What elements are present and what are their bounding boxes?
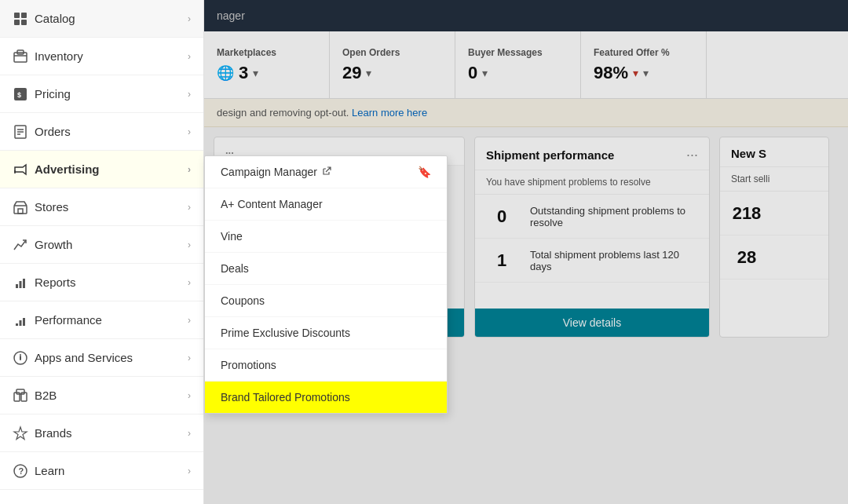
svg-rect-14 [14,206,27,214]
sidebar-item-orders[interactable]: Orders › [0,113,203,151]
sidebar-item-reports[interactable]: Reports › [0,264,203,301]
svg-rect-0 [14,13,20,18]
sidebar-item-stores[interactable]: Stores › [0,188,203,226]
dropdown-vine-label: Vine [221,230,243,243]
sidebar-item-label-catalog: Catalog [35,12,188,25]
svg-point-23 [20,354,21,356]
svg-text:$: $ [17,91,21,99]
orders-icon [13,124,35,140]
dropdown-coupons[interactable]: Coupons [205,285,447,317]
dropdown-prime-discounts-label: Prime Exclusive Discounts [221,327,350,339]
chevron-icon-stores: › [188,202,191,213]
svg-rect-19 [16,323,18,326]
sidebar-item-label-reports: Reports [35,276,188,289]
performance-icon [13,312,35,328]
chevron-icon-learn: › [188,466,191,477]
sidebar-item-inventory[interactable]: Inventory › [0,38,203,75]
sidebar-item-b2b[interactable]: B2B › [0,377,203,415]
stores-icon [13,199,35,215]
sidebar-item-apps[interactable]: Apps and Services › [0,339,203,377]
chevron-icon-brands: › [188,428,191,439]
svg-rect-17 [20,281,22,288]
sidebar-item-catalog[interactable]: Catalog › [0,0,203,38]
sidebar-item-label-orders: Orders [35,125,188,138]
sidebar: Catalog › Inventory › $ Pricing › Orders… [0,0,204,504]
sidebar-item-performance[interactable]: Performance › [0,301,203,339]
chevron-icon-advertising: › [188,164,191,175]
external-link-icon [322,166,331,177]
dropdown-promotions[interactable]: Promotions [205,349,447,382]
sidebar-item-brands[interactable]: Brands › [0,415,203,452]
dropdown-campaign-manager[interactable]: Campaign Manager 🔖 [205,156,447,188]
dropdown-vine[interactable]: Vine [205,221,447,253]
sidebar-item-pricing[interactable]: $ Pricing › [0,75,203,113]
sidebar-item-growth[interactable]: Growth › [0,226,203,264]
dropdown-prime-discounts[interactable]: Prime Exclusive Discounts [205,317,447,349]
chevron-icon-apps: › [188,352,191,363]
svg-rect-26 [16,389,24,394]
chevron-icon-b2b: › [188,390,191,401]
learn-icon: ? [13,463,35,479]
growth-icon [13,237,35,253]
sidebar-item-learn[interactable]: ? Learn › [0,452,203,490]
dropdown-brand-tailored-label: Brand Tailored Promotions [221,391,350,404]
chevron-icon-orders: › [188,126,191,137]
svg-rect-1 [21,13,27,18]
reports-icon [13,275,35,290]
dropdown-aplus-content[interactable]: A+ Content Manager [205,188,447,221]
svg-rect-3 [21,20,27,25]
dropdown-promotions-label: Promotions [221,359,276,371]
dropdown-campaign-manager-label: Campaign Manager [221,166,317,178]
chevron-icon-inventory: › [188,51,191,62]
dropdown-brand-tailored[interactable]: Brand Tailored Promotions [205,382,447,413]
brands-icon [13,425,35,441]
sidebar-item-label-b2b: B2B [35,389,188,402]
svg-rect-2 [14,20,20,25]
advertising-dropdown-menu: Campaign Manager 🔖 A+ Content Manager Vi… [204,155,448,414]
svg-rect-15 [18,209,23,214]
dropdown-deals-label: Deals [221,262,249,275]
pricing-icon: $ [13,86,35,102]
chevron-icon-reports: › [188,277,191,288]
dropdown-aplus-label: A+ Content Manager [221,198,323,210]
sidebar-item-label-inventory: Inventory [35,49,188,63]
inventory-icon [13,49,35,64]
svg-rect-21 [23,318,25,326]
sidebar-item-label-growth: Growth [35,238,188,251]
chevron-icon-performance: › [188,315,191,326]
sidebar-item-label-pricing: Pricing [35,87,188,100]
sidebar-item-label-performance: Performance [35,313,188,327]
svg-text:?: ? [19,466,24,476]
advertising-icon [13,162,35,177]
svg-rect-18 [23,279,25,288]
dropdown-deals[interactable]: Deals [205,253,447,285]
chevron-icon-pricing: › [188,89,191,100]
chevron-icon-catalog: › [188,13,191,24]
sidebar-item-advertising[interactable]: Advertising › [0,151,203,188]
b2b-icon [13,388,35,404]
apps-icon [13,350,35,366]
sidebar-item-label-brands: Brands [35,426,188,440]
sidebar-item-label-stores: Stores [35,200,188,214]
dropdown-coupons-label: Coupons [221,294,265,307]
sidebar-item-label-learn: Learn [35,464,188,477]
svg-rect-20 [20,320,22,326]
sidebar-item-label-apps: Apps and Services [35,351,188,364]
bookmark-icon[interactable]: 🔖 [418,166,431,178]
svg-rect-16 [16,284,18,288]
chevron-icon-growth: › [188,239,191,250]
sidebar-item-label-advertising: Advertising [35,163,188,176]
catalog-icon [13,11,35,27]
